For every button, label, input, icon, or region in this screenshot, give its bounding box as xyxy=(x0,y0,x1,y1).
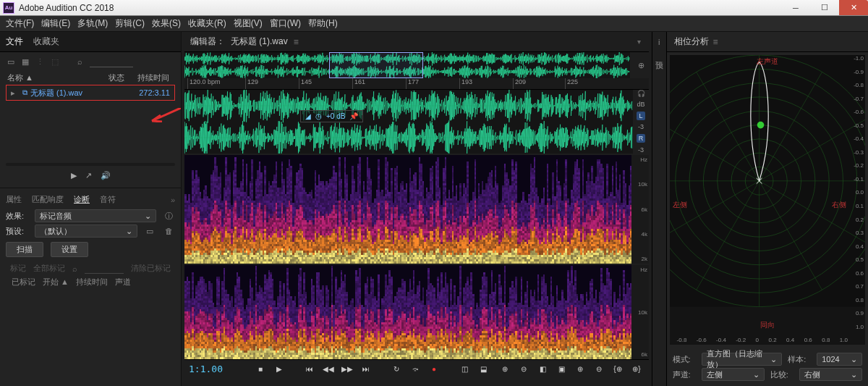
punch-button[interactable]: ◫ xyxy=(456,363,472,376)
svg-rect-16287 xyxy=(543,320,545,322)
zoom-fit-icon[interactable]: ⊕ xyxy=(633,52,649,78)
overview-waveform[interactable] xyxy=(184,52,630,78)
waveform-display[interactable]: ◢ ◷ +0 dB 📌 xyxy=(184,90,633,154)
zoom-sel-icon[interactable]: ◧ xyxy=(535,363,550,376)
clear-marks-btn[interactable]: 清除已标记 xyxy=(131,263,171,274)
svg-rect-9331 xyxy=(629,196,631,198)
svg-rect-4409 xyxy=(391,194,393,196)
zoom-out-icon[interactable]: ⊖ xyxy=(516,363,532,376)
zoom-sel-in-icon[interactable]: {⊕ xyxy=(610,363,626,376)
channel-L-badge[interactable]: L xyxy=(637,112,644,120)
tab-properties[interactable]: 属性 xyxy=(6,194,22,205)
spectrogram-R[interactable]: Hz 10k 6k xyxy=(184,265,649,359)
tab-notes[interactable]: 音符 xyxy=(100,194,116,205)
samples-dropdown[interactable]: 1024⌄ xyxy=(817,353,862,366)
col-dur[interactable]: 持续时间 xyxy=(76,277,108,288)
play-icon[interactable]: ▶ xyxy=(71,171,77,180)
time-ruler[interactable]: 120.0 bpm 129 145 161 177 193 209 225 xyxy=(184,78,649,90)
zoom-v-out-icon[interactable]: ⊖ xyxy=(591,363,607,376)
mark-btn[interactable]: 标记 xyxy=(10,263,26,274)
scan-button[interactable]: 扫描 xyxy=(6,242,43,257)
forward-button[interactable]: ▶▶ xyxy=(339,363,355,376)
col-marked[interactable]: 已标记 xyxy=(12,277,35,288)
save-preset-icon[interactable]: ▭ xyxy=(143,225,156,238)
preset-dropdown[interactable]: （默认）⌄ xyxy=(35,225,137,238)
svg-rect-7567 xyxy=(547,257,549,259)
tab-favorites[interactable]: 收藏夹 xyxy=(33,35,59,48)
zoom-in-icon[interactable]: ⊕ xyxy=(497,363,513,376)
minimize-button[interactable]: ─ xyxy=(781,0,810,15)
svg-rect-11092 xyxy=(255,272,258,274)
tab-loudness[interactable]: 匹配响度 xyxy=(32,194,64,205)
hud-pin-icon[interactable]: 📌 xyxy=(349,112,358,120)
close-button[interactable]: ✕ xyxy=(839,0,868,15)
col-start[interactable]: 开始 ▲ xyxy=(43,277,69,288)
compare-dropdown[interactable]: 右侧⌄ xyxy=(799,368,862,381)
svg-rect-7309 xyxy=(532,194,534,196)
info-icon[interactable]: ⓘ xyxy=(162,209,175,222)
menu-window[interactable]: 窗口(W) xyxy=(270,17,301,30)
svg-rect-14686 xyxy=(454,357,456,359)
menu-clip[interactable]: 剪辑(C) xyxy=(115,17,145,30)
volume-hud[interactable]: ◢ ◷ +0 dB 📌 xyxy=(300,110,363,122)
phase-scope[interactable]: 左声道 左侧 右侧 同向 -1.0-0.9-0.8-0.7-0.6-0.5-0.… xyxy=(670,55,865,345)
info-tab-icon[interactable]: i xyxy=(658,38,660,46)
new-file-icon[interactable]: ▦ xyxy=(22,57,29,67)
menu-view[interactable]: 视图(V) xyxy=(234,17,263,30)
col-duration[interactable]: 持续时间 xyxy=(137,72,174,83)
delete-icon[interactable]: ⬚ xyxy=(51,57,59,67)
mark-all-btn[interactable]: 全部标记 xyxy=(33,263,65,274)
search-icon[interactable]: ⌕ xyxy=(72,264,77,273)
svg-rect-11914 xyxy=(302,353,304,355)
headphone-icon[interactable]: 🎧 xyxy=(637,90,645,97)
svg-rect-5641 xyxy=(450,261,452,264)
svg-rect-11041 xyxy=(253,322,255,324)
loop-button[interactable]: ↻ xyxy=(388,363,404,376)
audio-icon[interactable]: 🔊 xyxy=(101,171,111,180)
zoom-v-in-icon[interactable]: ⊕ xyxy=(572,363,588,376)
menu-favorites[interactable]: 收藏夹(R) xyxy=(188,17,226,30)
file-row-selected[interactable]: ▸ ⧉ 无标题 (1).wav 272:3.11 xyxy=(6,85,175,101)
maximize-button[interactable]: ☐ xyxy=(810,0,839,15)
col-name[interactable]: 名称 ▲ xyxy=(7,72,109,83)
zoom-full-icon[interactable]: ▣ xyxy=(553,363,569,376)
play-button[interactable]: ▶ xyxy=(271,363,287,376)
goto-end-button[interactable]: ⏭ xyxy=(358,363,374,376)
goto-start-button[interactable]: ⏮ xyxy=(302,363,318,376)
skip-button[interactable]: ⤼ xyxy=(407,363,423,376)
channel-R-badge[interactable]: R xyxy=(637,134,646,143)
menu-help[interactable]: 帮助(H) xyxy=(308,17,338,30)
col-status[interactable]: 状态 xyxy=(109,72,137,83)
mode-dropdown[interactable]: 直方图（日志缩放）⌄ xyxy=(702,353,783,366)
right-dock-strip[interactable]: i 预设 xyxy=(652,32,667,386)
tab-diagnostics[interactable]: 诊断 xyxy=(74,194,90,205)
search-icon[interactable]: ⌕ xyxy=(77,57,82,66)
overview-selection[interactable] xyxy=(329,52,423,78)
open-file-icon[interactable]: ▭ xyxy=(7,57,14,67)
spectrogram-L[interactable]: Hz 10k 6k 4k 2k xyxy=(184,155,649,264)
menu-file[interactable]: 文件(F) xyxy=(6,17,34,30)
menu-effects[interactable]: 效果(S) xyxy=(152,17,181,30)
tab-files[interactable]: 文件 xyxy=(6,35,23,48)
rewind-button[interactable]: ◀◀ xyxy=(320,363,336,376)
svg-rect-607 xyxy=(214,220,216,222)
search-input[interactable] xyxy=(90,56,133,67)
channel-dropdown[interactable]: 左侧⌄ xyxy=(702,368,765,381)
svg-rect-13527 xyxy=(391,357,393,359)
marker-button[interactable]: ⬓ xyxy=(475,363,491,376)
svg-rect-2877 xyxy=(320,261,322,264)
zoom-sel-out-icon[interactable]: ⊕} xyxy=(629,363,644,376)
export-icon[interactable]: ↗ xyxy=(85,171,92,180)
stop-button[interactable]: ■ xyxy=(252,363,268,376)
settings-button[interactable]: 设置 xyxy=(51,242,88,257)
effect-dropdown[interactable]: 标记音频⌄ xyxy=(35,209,156,222)
svg-rect-12633 xyxy=(341,311,343,314)
col-chan[interactable]: 声道 xyxy=(115,277,131,288)
menu-multitrack[interactable]: 多轨(M) xyxy=(77,17,108,30)
menu-edit[interactable]: 编辑(E) xyxy=(41,17,70,30)
timecode[interactable]: 1:1.00 xyxy=(189,364,247,374)
delete-preset-icon[interactable]: 🗑 xyxy=(162,225,175,238)
actions-icon[interactable]: ⋮ xyxy=(36,57,44,67)
svg-rect-16520 xyxy=(556,305,558,307)
record-button[interactable]: ● xyxy=(426,363,442,376)
